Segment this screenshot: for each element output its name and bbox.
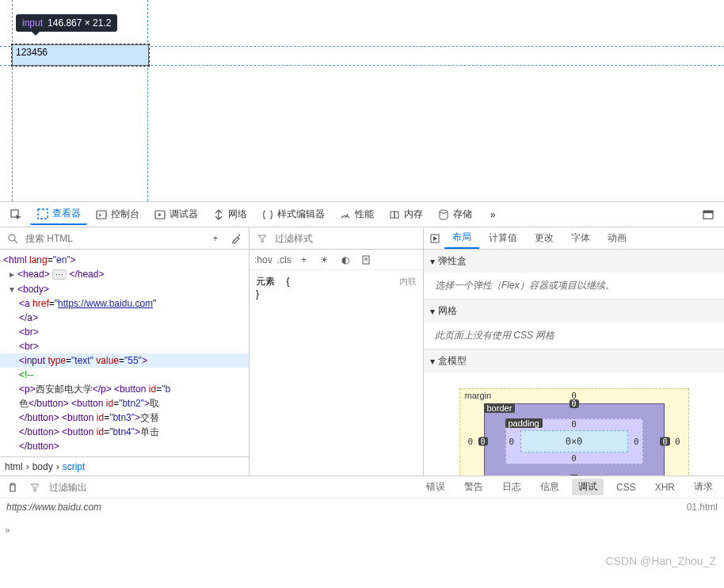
svg-point-7 (440, 210, 448, 213)
devtools-toolbar: 查看器 控制台 调试器 网络 样式编辑器 性能 内存 存储 (0, 202, 724, 227)
subtab-computed[interactable]: 计算值 (481, 228, 525, 248)
play-icon[interactable] (427, 231, 443, 246)
dom-tree[interactable]: <html lang="en"> ▸<head> ⋯ </head> ▾<bod… (0, 250, 249, 456)
page-viewport: input 146.867 × 21.2 (0, 0, 724, 201)
tab-storage[interactable]: 存储 (431, 204, 478, 224)
box-model-diagram: margin 0 0 0 border 0 0 0 0 padding (424, 372, 724, 475)
chevron-down-icon: ▾ (430, 256, 435, 267)
console-log-source[interactable]: 01.html (687, 502, 718, 520)
dock-mode-button[interactable] (695, 205, 721, 224)
devtools-panel: 查看器 控制台 调试器 网络 样式编辑器 性能 内存 存储 (0, 201, 724, 523)
style-icon (261, 208, 274, 221)
memory-icon (388, 208, 401, 221)
cls-toggle[interactable]: .cls (277, 254, 292, 265)
chevron-right-double-icon: » (486, 208, 499, 221)
styles-panel: :hov .cls + ☀ ◐ 内联 元素 { } (250, 227, 424, 475)
pick-element-button[interactable] (3, 205, 29, 224)
console-log-text: https://www.baidu.com (6, 502, 101, 520)
trash-icon[interactable] (5, 479, 21, 495)
breadcrumb[interactable]: html› body› script (0, 456, 249, 475)
tab-memory[interactable]: 内存 (382, 204, 429, 224)
console-input-chevron[interactable]: » (0, 523, 724, 539)
inspect-icon (10, 208, 22, 221)
svg-point-10 (9, 235, 15, 241)
svg-rect-6 (394, 212, 398, 218)
tab-network[interactable]: 网络 (206, 204, 253, 224)
svg-line-11 (14, 240, 17, 243)
box-model-content: 0×0 (520, 430, 628, 452)
style-rule[interactable]: 内联 元素 { } (250, 270, 423, 305)
expand-arrow[interactable]: ▸ (10, 267, 17, 281)
light-theme-button[interactable]: ☀ (317, 252, 333, 268)
console-log-row: https://www.baidu.com 01.html (0, 498, 724, 523)
pill-xhr[interactable]: XHR (649, 480, 681, 494)
subtab-changes[interactable]: 更改 (527, 228, 562, 248)
storage-icon (437, 208, 450, 221)
subtab-fonts[interactable]: 字体 (563, 228, 598, 248)
page-text-input[interactable] (16, 47, 145, 58)
pill-debug[interactable]: 调试 (572, 479, 604, 495)
pill-errors[interactable]: 错误 (420, 479, 452, 495)
chevron-down-icon: ▾ (430, 306, 435, 317)
pill-requests[interactable]: 请求 (688, 479, 719, 495)
guide-line (147, 0, 148, 201)
subtab-layout[interactable]: 布局 (444, 227, 479, 249)
tab-style-editor[interactable]: 样式编辑器 (255, 204, 331, 224)
flexbox-body: 选择一个弹性（Flex）容器或项目以继续。 (424, 273, 724, 299)
collapse-arrow[interactable]: ▾ (10, 282, 17, 296)
dom-selected-node[interactable]: <input type="text" value="55"> (0, 353, 249, 368)
performance-icon (339, 208, 352, 221)
search-html-input[interactable] (25, 233, 203, 244)
grid-header[interactable]: ▾网格 (424, 300, 724, 323)
tab-debugger[interactable]: 调试器 (147, 204, 204, 224)
box-model-section: ▾盒模型 margin 0 0 0 border 0 0 0 0 (424, 349, 724, 475)
pill-warnings[interactable]: 警告 (458, 479, 490, 495)
search-icon (5, 231, 21, 246)
flexbox-section: ▾弹性盒 选择一个弹性（Flex）容器或项目以继续。 (424, 250, 724, 300)
subtab-animations[interactable]: 动画 (600, 228, 634, 248)
devtools-panels: + <html lang="en"> ▸<head> ⋯ </head> ▾<b… (0, 227, 724, 475)
filter-icon (254, 231, 270, 246)
html-search-row: + (0, 227, 249, 250)
guide-line (12, 0, 13, 201)
layout-panel: 布局 计算值 更改 字体 动画 ▾弹性盒 选择一个弹性（Flex）容器或项目以继… (424, 227, 724, 475)
grid-section: ▾网格 此页面上没有使用 CSS 网格 (424, 300, 724, 349)
layout-subtabs: 布局 计算值 更改 字体 动画 (424, 227, 724, 250)
chevron-down-icon: ▾ (430, 356, 435, 367)
tab-inspector[interactable]: 查看器 (30, 204, 87, 225)
tooltip-tag: input (22, 17, 43, 29)
box-model-header[interactable]: ▾盒模型 (424, 349, 724, 372)
element-tooltip: input 146.867 × 21.2 (16, 14, 117, 32)
inspector-icon (36, 208, 49, 220)
svg-rect-1 (38, 209, 48, 219)
pill-info[interactable]: 信息 (534, 479, 566, 495)
svg-rect-9 (703, 211, 713, 213)
tab-console[interactable]: 控制台 (89, 204, 146, 224)
add-button[interactable]: + (208, 231, 223, 246)
flexbox-header[interactable]: ▾弹性盒 (424, 250, 724, 273)
svg-rect-5 (391, 212, 394, 218)
pill-css[interactable]: CSS (610, 480, 642, 494)
console-drawer: 错误 警告 日志 信息 调试 CSS XHR 请求 https://www.ba… (0, 475, 724, 523)
inspected-element-highlight (12, 44, 149, 66)
debugger-icon (154, 208, 166, 221)
tab-performance[interactable]: 性能 (333, 204, 380, 224)
dock-icon (702, 208, 714, 221)
console-filter-input[interactable] (49, 482, 128, 493)
dark-theme-button[interactable]: ◐ (337, 252, 353, 268)
network-icon (212, 208, 225, 221)
grid-body: 此页面上没有使用 CSS 网格 (424, 323, 724, 349)
ellipsis-icon[interactable]: ⋯ (52, 269, 67, 280)
console-icon (95, 208, 108, 221)
eyedropper-button[interactable] (228, 231, 244, 246)
print-media-button[interactable] (358, 252, 374, 268)
watermark: CSDN @Han_Zhou_Z (606, 555, 717, 567)
add-rule-button[interactable]: + (296, 252, 312, 268)
html-panel: + <html lang="en"> ▸<head> ⋯ </head> ▾<b… (0, 227, 250, 475)
hov-toggle[interactable]: :hov (254, 254, 272, 265)
filter-styles-input[interactable] (275, 233, 418, 244)
overflow-button[interactable]: » (480, 205, 505, 224)
pill-logs[interactable]: 日志 (496, 479, 528, 495)
svg-rect-2 (97, 211, 106, 219)
filter-icon (27, 479, 43, 495)
